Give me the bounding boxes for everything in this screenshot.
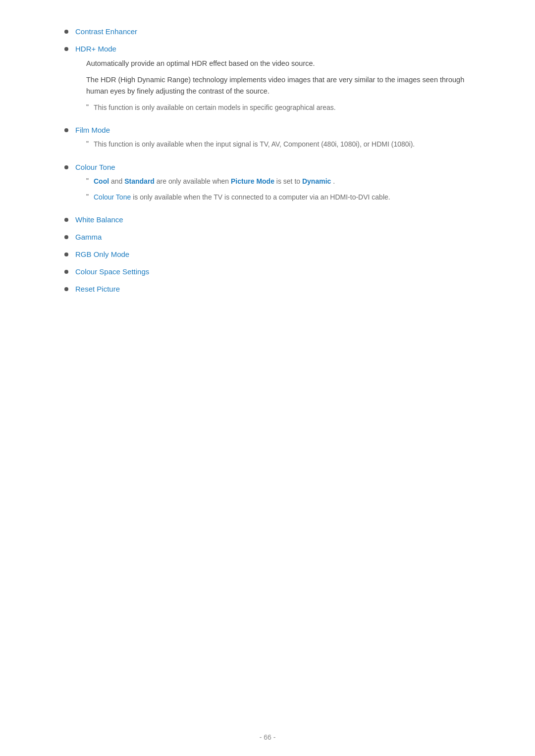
hdr-plus-mode-link[interactable]: HDR+ Mode: [75, 45, 116, 53]
list-item: Reset Picture: [64, 285, 471, 293]
list-item: HDR+ Mode Automatically provide an optim…: [64, 45, 471, 117]
bullet-dot: [64, 30, 68, 34]
bullet-dot: [64, 47, 68, 51]
bullet-dot: [64, 128, 68, 132]
note1-text-2: is set to: [276, 177, 302, 185]
list-item: Colour Space Settings: [64, 267, 471, 276]
colour-tone-note-1: " Cool and Standard are only available w…: [86, 176, 471, 187]
bullet-content: Gamma: [75, 233, 471, 241]
list-item: Film Mode " This function is only availa…: [64, 126, 471, 154]
bullet-content: Colour Space Settings: [75, 267, 471, 276]
gamma-link[interactable]: Gamma: [75, 233, 102, 241]
bullet-content: RGB Only Mode: [75, 250, 471, 258]
colour-space-settings-link[interactable]: Colour Space Settings: [75, 267, 149, 276]
note1-text-1: are only available when: [157, 177, 231, 185]
list-item: Gamma: [64, 233, 471, 241]
colour-tone-inline-link[interactable]: Colour Tone: [94, 193, 131, 201]
colour-tone-note-1-text: Cool and Standard are only available whe…: [94, 176, 335, 187]
film-mode-link[interactable]: Film Mode: [75, 126, 110, 134]
film-mode-note: " This function is only available when t…: [86, 139, 471, 150]
bullet-content: Reset Picture: [75, 285, 471, 293]
bullet-content: White Balance: [75, 215, 471, 224]
bullet-dot: [64, 235, 68, 239]
main-list: Contrast Enhancer HDR+ Mode Automaticall…: [64, 27, 471, 293]
note-quote-icon: ": [86, 177, 89, 185]
dynamic-link[interactable]: Dynamic: [302, 177, 331, 185]
picture-mode-link[interactable]: Picture Mode: [231, 177, 274, 185]
bullet-dot: [64, 165, 68, 169]
hdr-description-2: The HDR (High Dynamic Range) technology …: [86, 74, 471, 97]
note-quote-icon: ": [86, 193, 89, 201]
film-mode-note-text: This function is only available when the…: [94, 139, 415, 150]
note1-period: .: [333, 177, 335, 185]
colour-tone-note-2-text: Colour Tone is only available when the T…: [94, 192, 390, 203]
and-text: and: [111, 177, 124, 185]
bullet-dot: [64, 218, 68, 222]
note2-text: is only available when the TV is connect…: [133, 193, 390, 201]
hdr-note: " This function is only available on cer…: [86, 102, 471, 113]
list-item: White Balance: [64, 215, 471, 224]
contrast-enhancer-link[interactable]: Contrast Enhancer: [75, 27, 137, 36]
reset-picture-link[interactable]: Reset Picture: [75, 285, 120, 293]
standard-link[interactable]: Standard: [124, 177, 155, 185]
colour-tone-note-2: " Colour Tone is only available when the…: [86, 192, 471, 203]
page-footer: - 66 -: [0, 733, 535, 741]
white-balance-link[interactable]: White Balance: [75, 215, 123, 224]
hdr-description-1: Automatically provide an optimal HDR eff…: [86, 58, 471, 69]
bullet-content: Contrast Enhancer: [75, 27, 471, 36]
bullet-content: Film Mode " This function is only availa…: [75, 126, 471, 154]
bullet-dot: [64, 270, 68, 274]
bullet-content: HDR+ Mode Automatically provide an optim…: [75, 45, 471, 117]
page-container: Contrast Enhancer HDR+ Mode Automaticall…: [25, 0, 510, 342]
bullet-dot: [64, 252, 68, 256]
list-item: Colour Tone " Cool and Standard are only…: [64, 163, 471, 206]
page-number: - 66 -: [260, 733, 276, 741]
note-quote-icon: ": [86, 140, 89, 148]
bullet-dot: [64, 287, 68, 291]
hdr-description-block: Automatically provide an optimal HDR eff…: [86, 58, 471, 98]
bullet-content: Colour Tone " Cool and Standard are only…: [75, 163, 471, 206]
note-quote-icon: ": [86, 103, 89, 111]
cool-link[interactable]: Cool: [94, 177, 109, 185]
list-item: Contrast Enhancer: [64, 27, 471, 36]
list-item: RGB Only Mode: [64, 250, 471, 258]
hdr-note-text: This function is only available on certa…: [94, 102, 336, 113]
rgb-only-mode-link[interactable]: RGB Only Mode: [75, 250, 129, 258]
colour-tone-link[interactable]: Colour Tone: [75, 163, 115, 171]
